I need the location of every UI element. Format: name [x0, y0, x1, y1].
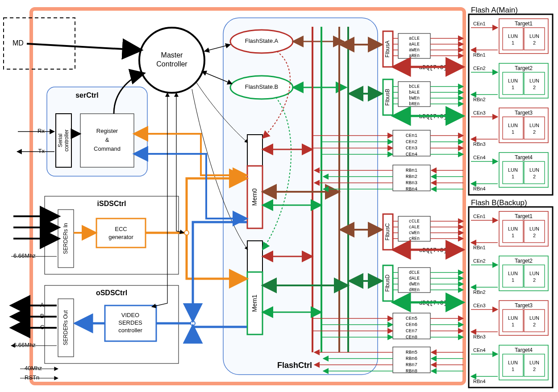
- svg-text:RBn2: RBn2: [406, 174, 417, 179]
- svg-text:bREn: bREn: [409, 102, 420, 107]
- svg-rect-160: [503, 220, 523, 243]
- rbn-label: RBn4: [473, 379, 486, 384]
- svg-text:FIbusD: FIbusD: [384, 274, 391, 292]
- svg-text:aALE: aALE: [409, 42, 420, 47]
- svg-text:RBn3: RBn3: [406, 180, 417, 186]
- svg-text:bWEn: bWEn: [409, 96, 420, 101]
- svg-text:RBn6: RBn6: [406, 356, 417, 361]
- svg-text:aWEn: aWEn: [409, 48, 420, 53]
- svg-rect-161: [524, 220, 545, 243]
- svg-text:CEn7: CEn7: [406, 328, 417, 334]
- mem0-cmd-label-2: CMD: [256, 144, 262, 157]
- svg-text:LUN: LUN: [529, 315, 539, 321]
- svg-text:LUN: LUN: [508, 167, 518, 173]
- md-label: MD: [12, 39, 24, 47]
- svg-text:dREn: dREn: [409, 288, 420, 293]
- clk40-label: 40Mhz: [25, 365, 42, 371]
- svg-text:LUN: LUN: [508, 226, 518, 231]
- svg-text:bCLE: bCLE: [409, 84, 420, 89]
- osdsctrl-title: oSDSCtrl: [96, 289, 127, 297]
- video-l3: controller: [118, 327, 142, 334]
- cena-out: [430, 136, 463, 154]
- cenb-box: CEn5 CEn6 CEn7 CEn8: [393, 313, 430, 340]
- svg-rect-142: [503, 72, 523, 95]
- rx-label: Rx: [37, 128, 45, 134]
- cenb-out: [430, 318, 463, 337]
- svg-rect-166: [503, 265, 523, 287]
- cen-label: CEn4: [473, 347, 486, 353]
- regcmd-l2: &: [105, 136, 109, 143]
- svg-text:CEn6: CEn6: [406, 322, 417, 327]
- target-label: Target4: [515, 154, 533, 161]
- target-label: Target1: [515, 213, 533, 219]
- target-label: Target4: [515, 347, 533, 353]
- svg-text:cCLE: cCLE: [409, 219, 420, 224]
- serders-in-label: SERDERs In: [62, 223, 69, 254]
- tx-label: Tx: [38, 148, 45, 154]
- isdsctrl-title: iSDSCtrl: [97, 200, 126, 207]
- mem0-group: MEM0 CMD Mem0: [247, 135, 262, 228]
- svg-text:LUN: LUN: [508, 78, 518, 83]
- svg-text:2: 2: [533, 322, 536, 327]
- fibusA: FIbusA: [383, 31, 393, 67]
- svg-text:6.66Mhz: 6.66Mhz: [13, 252, 36, 259]
- video-l2: SERDES: [118, 319, 142, 326]
- svg-text:LUN: LUN: [529, 360, 539, 365]
- svg-rect-155: [524, 161, 545, 184]
- cen-label: CEn2: [473, 66, 486, 71]
- svg-text:1: 1: [512, 233, 514, 238]
- cen-label: CEn1: [473, 21, 486, 26]
- flashstate-b-label: FlashState.B: [245, 83, 278, 90]
- rbn-label: RBn2: [473, 97, 486, 102]
- svg-text:CEn3: CEn3: [406, 145, 417, 151]
- rbn-label: RBn1: [473, 52, 486, 58]
- rbn-label: RBn2: [473, 289, 486, 295]
- cen-label: CEn1: [473, 214, 486, 219]
- svg-text:LUN: LUN: [508, 315, 518, 321]
- mem0-label: Mem0: [251, 188, 258, 206]
- rbna-box: RBn1 RBn2 RBn3 RBn4: [393, 165, 430, 192]
- rbn-label: RBn4: [473, 186, 486, 191]
- rbn-label: RBn1: [473, 245, 486, 250]
- svg-text:1: 1: [512, 277, 514, 283]
- svg-text:2: 2: [533, 367, 536, 372]
- svg-text:aCLE: aCLE: [409, 36, 420, 41]
- video-l1: VIDEO: [121, 312, 139, 318]
- rbna-out: [431, 170, 463, 189]
- svg-text:CEn8: CEn8: [406, 334, 417, 340]
- svg-rect-137: [524, 28, 545, 50]
- svg-rect-179: [524, 354, 545, 376]
- svg-text:6.66Mhz: 6.66Mhz: [13, 342, 36, 348]
- svg-text:RBn5: RBn5: [406, 350, 417, 355]
- svg-text:1: 1: [512, 174, 514, 179]
- regcmd-l3: Command: [94, 145, 121, 152]
- target-label: Target2: [515, 65, 533, 71]
- svg-text:bALE: bALE: [409, 90, 420, 95]
- svg-text:2: 2: [533, 40, 536, 45]
- svg-rect-172: [503, 309, 523, 332]
- svg-text:LUN: LUN: [529, 226, 539, 231]
- mem1-cmd-label-2: CMD: [256, 250, 262, 263]
- cen-label: CEn3: [473, 303, 486, 308]
- cen-label: CEn2: [473, 258, 486, 264]
- cen-label: CEn4: [473, 155, 486, 160]
- svg-text:LUN: LUN: [508, 360, 518, 365]
- regcmd-l1: Register: [96, 128, 118, 134]
- svg-text:LUN: LUN: [529, 123, 539, 128]
- conn-md-master: [27, 44, 139, 50]
- flashB-title: Flash B(Backup): [471, 198, 527, 207]
- svg-text:RBn4: RBn4: [406, 186, 418, 192]
- svg-text:RBn1: RBn1: [406, 168, 418, 173]
- svg-text:dCLE: dCLE: [409, 270, 420, 275]
- svg-text:1: 1: [512, 40, 514, 45]
- rbnb-out: [431, 352, 463, 371]
- flashctrl-title: FlashCtrl: [277, 361, 312, 370]
- svg-text:CEn2: CEn2: [406, 139, 417, 144]
- serial-controller-label-1: Serial: [57, 134, 63, 148]
- svg-rect-136: [503, 28, 523, 50]
- svg-text:LUN: LUN: [529, 33, 539, 39]
- svg-text:LUN: LUN: [529, 271, 539, 276]
- svg-text:RBn7: RBn7: [406, 362, 417, 367]
- rbnb-box: RBn5 RBn6 RBn7 RBn8: [393, 347, 430, 374]
- serctrl-title: serCtrl: [75, 91, 99, 99]
